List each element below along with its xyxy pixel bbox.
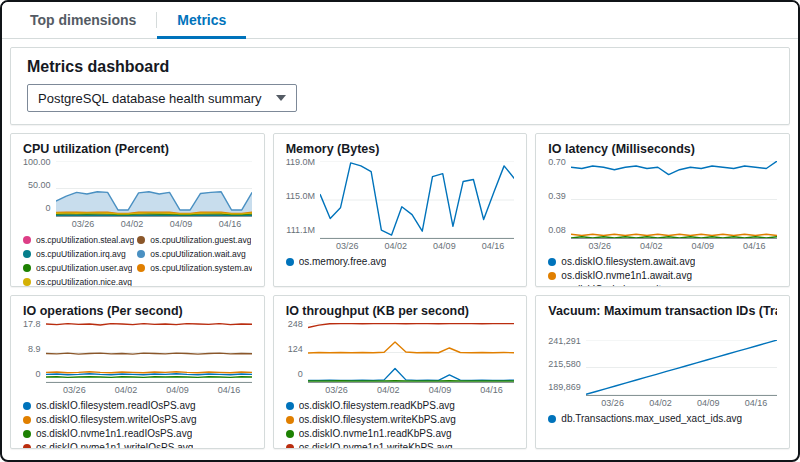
x-tick-label: 04/09	[429, 385, 452, 395]
legend-item[interactable]: os.cpuUtilization.system.avg	[137, 262, 251, 274]
legend-item[interactable]: os.diskIO.rdsdev.await.avg	[548, 284, 680, 287]
chart-title: CPU utilization (Percent)	[23, 142, 252, 156]
plot-area[interactable]	[586, 340, 777, 396]
y-tick-label: 0	[23, 203, 51, 213]
legend-label: os.cpuUtilization.system.avg	[150, 262, 251, 274]
chart-grid: CPU utilization (Percent) 100.0050.000 0…	[10, 133, 790, 449]
legend-item[interactable]: os.cpuUtilization.user.avg	[23, 262, 137, 274]
legend-label: os.diskIO.nvme1n1.readIOsPS.avg	[36, 428, 192, 440]
chart-title: IO operations (Per second)	[23, 304, 252, 318]
legend-label: os.cpuUtilization.wait.avg	[150, 248, 245, 260]
x-axis-labels: 03/2604/0204/0904/16	[308, 383, 515, 395]
chart-area: 100.0050.000 03/2604/0204/0904/16	[23, 161, 252, 229]
x-tick-label: 04/02	[115, 385, 138, 395]
x-tick-label: 04/09	[697, 398, 720, 408]
y-tick-label: 0.70	[548, 157, 566, 167]
x-tick-label: 04/16	[480, 385, 503, 395]
card-io-latency: IO latency (Milliseconds) 0.700.390.08 0…	[535, 133, 790, 287]
x-axis-labels: 03/2604/0204/0904/16	[586, 396, 777, 408]
x-axis-labels: 03/2604/0204/0904/16	[571, 239, 777, 251]
y-axis-labels: 119.0M115.0M111.1M	[286, 157, 320, 235]
chart-area: 2481240 03/2604/0204/0904/16	[286, 323, 515, 395]
x-tick-label: 04/09	[433, 241, 456, 251]
x-tick-label: 04/02	[121, 219, 144, 229]
chart-title: Memory (Bytes)	[286, 142, 515, 156]
y-tick-label: 124	[286, 344, 303, 354]
y-axis-labels: 100.0050.000	[23, 157, 56, 213]
plot-area[interactable]	[320, 161, 514, 239]
x-tick-label: 04/09	[170, 219, 193, 229]
legend-label: os.cpuUtilization.guest.avg	[150, 234, 251, 246]
plot-area[interactable]	[571, 161, 777, 239]
x-tick-label: 04/02	[640, 241, 663, 251]
tab-top-dimensions[interactable]: Top dimensions	[10, 2, 156, 38]
legend-item[interactable]: os.diskIO.nvme1n1.writeIOsPS.avg	[23, 442, 193, 449]
x-axis-labels: 03/2604/0204/0904/16	[46, 383, 252, 395]
legend-label: os.diskIO.filesystem.readKbPS.avg	[299, 400, 455, 412]
legend-color-dot	[23, 402, 31, 410]
plot-area[interactable]	[308, 323, 515, 383]
legend-color-dot	[23, 278, 31, 286]
legend-label: os.cpuUtilization.user.avg	[36, 262, 132, 274]
legend-color-dot	[23, 430, 31, 438]
legend-item[interactable]: os.cpuUtilization.irq.avg	[23, 248, 137, 260]
legend-label: os.diskIO.rdsdev.await.avg	[561, 284, 680, 287]
chart-legend: os.memory.free.avg	[286, 256, 515, 268]
x-tick-label: 03/26	[336, 241, 359, 251]
legend-label: db.Transactions.max_used_xact_ids.avg	[561, 413, 742, 425]
chevron-down-icon	[276, 95, 286, 101]
legend-item[interactable]: os.cpuUtilization.guest.avg	[137, 234, 251, 246]
x-tick-label: 04/16	[745, 398, 768, 408]
legend-item[interactable]: os.diskIO.nvme1n1.await.avg	[548, 270, 692, 282]
legend-color-dot	[286, 444, 294, 449]
chart-legend: os.diskIO.filesystem.await.avgos.diskIO.…	[548, 256, 777, 287]
y-tick-label: 50.00	[23, 180, 51, 190]
legend-color-dot	[137, 264, 145, 272]
legend-color-dot	[23, 416, 31, 424]
y-tick-label: 115.0M	[286, 191, 315, 201]
legend-item[interactable]: os.diskIO.filesystem.writeKbPS.avg	[286, 414, 456, 426]
x-tick-label: 04/16	[218, 385, 241, 395]
y-tick-label: 248	[286, 319, 303, 329]
chart-area: 119.0M115.0M111.1M 03/2604/0204/0904/16	[286, 161, 515, 251]
legend-label: os.memory.free.avg	[299, 256, 387, 268]
x-tick-label: 03/26	[72, 219, 95, 229]
legend-label: os.diskIO.filesystem.writeKbPS.avg	[299, 414, 456, 426]
legend-color-dot	[137, 236, 145, 244]
plot-area[interactable]	[56, 161, 252, 217]
x-tick-label: 03/26	[601, 398, 624, 408]
legend-color-dot	[548, 272, 556, 280]
chart-area: 241,291215,580189,869 03/2604/0204/0904/…	[548, 340, 777, 408]
legend-item[interactable]: db.Transactions.max_used_xact_ids.avg	[548, 413, 742, 425]
legend-item[interactable]: os.diskIO.nvme1n1.readIOsPS.avg	[23, 428, 192, 440]
legend-item[interactable]: os.cpuUtilization.wait.avg	[137, 248, 251, 260]
chart-legend: os.diskIO.filesystem.readKbPS.avgos.disk…	[286, 400, 515, 449]
y-axis-labels: 2481240	[286, 319, 308, 379]
chart-area: 17.88.90 03/2604/0204/0904/16	[23, 323, 252, 395]
legend-item[interactable]: os.memory.free.avg	[286, 256, 387, 268]
chart-legend: os.diskIO.filesystem.readIOsPS.avgos.dis…	[23, 400, 252, 449]
legend-item[interactable]: os.diskIO.filesystem.readKbPS.avg	[286, 400, 455, 412]
legend-item[interactable]: os.diskIO.filesystem.await.avg	[548, 256, 695, 268]
legend-item[interactable]: os.diskIO.filesystem.readIOsPS.avg	[23, 400, 196, 412]
plot-area[interactable]	[46, 323, 252, 383]
legend-item[interactable]: os.diskIO.nvme1n1.readKbPS.avg	[286, 428, 452, 440]
y-axis-labels: 241,291215,580189,869	[548, 336, 586, 392]
legend-item[interactable]: os.cpuUtilization.nice.avg	[23, 276, 137, 287]
legend-label: os.cpuUtilization.irq.avg	[36, 248, 126, 260]
legend-color-dot	[23, 250, 31, 258]
metrics-dashboard-panel: Metrics dashboard PostgreSQL database he…	[10, 47, 790, 125]
tab-bar: Top dimensions Metrics	[2, 2, 798, 39]
tab-metrics[interactable]: Metrics	[157, 2, 246, 38]
legend-item[interactable]: os.diskIO.nvme1n1.writeKbPS.avg	[286, 442, 453, 449]
y-tick-label: 0.08	[548, 225, 566, 235]
legend-label: os.diskIO.filesystem.readIOsPS.avg	[36, 400, 196, 412]
legend-color-dot	[286, 258, 294, 266]
legend-item[interactable]: os.cpuUtilization.steal.avg	[23, 234, 137, 246]
x-tick-label: 03/26	[63, 385, 86, 395]
y-tick-label: 0	[23, 369, 41, 379]
y-tick-label: 119.0M	[286, 157, 315, 167]
legend-item[interactable]: os.diskIO.filesystem.writeIOsPS.avg	[23, 414, 197, 426]
dashboard-select[interactable]: PostgreSQL database health summary	[27, 84, 297, 112]
legend-color-dot	[286, 430, 294, 438]
